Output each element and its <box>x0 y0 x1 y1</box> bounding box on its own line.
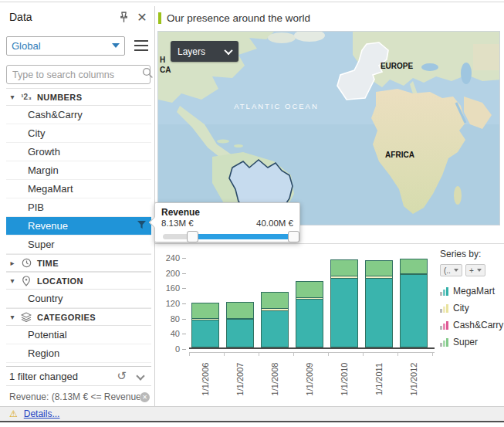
legend-series-dropdown[interactable]: (.. <box>440 264 462 276</box>
remove-filter-icon[interactable] <box>140 392 150 402</box>
column-item-growth[interactable]: Growth <box>6 143 151 161</box>
column-list: ¹2₃ NUMBERS Cash&Carry City Growth Margi… <box>6 88 151 363</box>
range-slider <box>161 230 293 242</box>
numbers-icon: ¹2₃ <box>19 93 34 101</box>
stacked-bar-1-1-2010[interactable] <box>330 260 358 347</box>
filter-funnel-icon[interactable] <box>137 220 147 232</box>
bar-segment-megamart[interactable] <box>330 278 358 347</box>
data-panel: Data ✕ Global ¹2₃ <box>6 5 151 405</box>
x-tick-label: 1/1/2009 <box>305 363 314 396</box>
stacked-bar-1-1-2008[interactable] <box>261 293 289 347</box>
slider-handle-min[interactable] <box>187 231 198 242</box>
y-tick-label: 120 <box>166 299 180 308</box>
map-label-partial-2: CA <box>160 66 171 74</box>
expand-arrow-icon <box>6 93 19 101</box>
section-header-numbers[interactable]: ¹2₃ NUMBERS <box>6 88 151 106</box>
series-bars-icon <box>440 321 450 330</box>
undo-icon[interactable]: ↺ <box>117 369 127 383</box>
legend-item-cashcarry[interactable]: Cash&Carry <box>440 317 504 334</box>
slider-handle-max[interactable] <box>288 231 299 242</box>
bar-segment-megamart[interactable] <box>400 274 428 347</box>
dataset-select[interactable]: Global <box>6 36 125 56</box>
column-item-city[interactable]: City <box>6 124 151 143</box>
slider-selected-range <box>192 234 293 239</box>
y-tick-mark <box>182 303 186 304</box>
chevron-down-icon[interactable] <box>136 371 144 380</box>
bar-segment-super[interactable] <box>191 303 219 319</box>
plot-area <box>189 256 435 349</box>
x-tick-cell: 1/1/2006 <box>191 357 219 402</box>
data-panel-header: Data ✕ <box>6 6 151 28</box>
clock-icon <box>19 258 34 268</box>
stacked-bar-1-1-2007[interactable] <box>226 303 254 347</box>
x-tick-label: 1/1/2007 <box>235 363 245 396</box>
bar-segment-megamart[interactable] <box>191 320 219 347</box>
stacked-bar-1-1-2009[interactable] <box>296 282 323 347</box>
x-axis-ticks <box>189 352 435 356</box>
column-item-potential[interactable]: Potential <box>6 326 151 344</box>
bar-segment-megamart[interactable] <box>261 310 289 347</box>
section-label: NUMBERS <box>37 93 82 102</box>
bar-segment-super[interactable] <box>261 292 289 309</box>
y-tick-mark <box>182 334 186 334</box>
section-header-location[interactable]: LOCATION <box>6 272 151 290</box>
x-axis-labels: 1/1/20061/1/20071/1/20081/1/20091/1/2010… <box>189 357 435 402</box>
stacked-bar-1-1-2006[interactable] <box>191 303 219 347</box>
legend-item-city[interactable]: City <box>440 300 504 317</box>
legend-add-dropdown[interactable]: + <box>465 264 485 276</box>
column-item-revenue-selected[interactable]: Revenue <box>6 217 151 236</box>
title-accent-bar <box>158 12 161 24</box>
column-item-super[interactable]: Super <box>6 236 151 254</box>
bar-segment-super[interactable] <box>296 281 323 298</box>
y-tick-label: 80 <box>171 314 180 324</box>
column-item-country[interactable]: Country <box>6 290 151 308</box>
search-input[interactable] <box>7 69 142 80</box>
bar-segment-super[interactable] <box>365 260 393 276</box>
page-title-row: Our presence around the world <box>158 12 310 25</box>
column-search <box>6 65 151 84</box>
status-bar: ⚠ Details... <box>0 406 504 421</box>
map-label-atlantic-ocean: ATLANTIC OCEAN <box>234 102 319 110</box>
filter-status-row: 1 filter changed ↺ <box>6 366 151 386</box>
stacked-bar-1-1-2011[interactable] <box>365 261 393 347</box>
chevron-down-icon <box>224 46 232 54</box>
search-icon[interactable] <box>142 67 154 82</box>
range-min-value: 8.13M € <box>161 219 194 228</box>
window-top-border <box>0 2 504 2</box>
y-axis: 04080120160200240 <box>155 256 188 350</box>
x-tick-label: 1/1/2011 <box>374 363 384 395</box>
bar-segment-super[interactable] <box>400 259 428 274</box>
y-tick-label: 0 <box>175 344 180 354</box>
x-tick-label: 1/1/2008 <box>270 363 279 396</box>
y-tick-label: 240 <box>166 253 180 263</box>
y-tick-mark <box>182 288 186 289</box>
stacked-bar-1-1-2012[interactable] <box>400 259 428 347</box>
pin-icon[interactable] <box>114 8 133 25</box>
section-header-categories[interactable]: CATEGORIES <box>6 308 151 326</box>
column-item-pib[interactable]: PIB <box>6 198 151 217</box>
bar-segment-megamart[interactable] <box>226 319 254 347</box>
bar-segment-super[interactable] <box>226 302 254 319</box>
legend-item-super[interactable]: Super <box>440 334 504 351</box>
bar-segment-super[interactable] <box>330 259 358 276</box>
section-header-time[interactable]: TIME <box>6 254 151 272</box>
popup-title: Revenue <box>161 207 293 218</box>
x-tick-label: 1/1/2010 <box>340 363 349 396</box>
menu-icon[interactable] <box>134 40 148 51</box>
app-window: Data ✕ Global ¹2₃ <box>0 0 504 427</box>
bar-segment-megamart[interactable] <box>296 299 323 347</box>
column-item-cashcarry[interactable]: Cash&Carry <box>6 106 151 124</box>
details-link[interactable]: Details... <box>24 408 60 419</box>
legend-item-megamart[interactable]: MegaMart <box>440 283 504 300</box>
layers-dropdown-button[interactable]: Layers <box>171 41 238 62</box>
world-map[interactable]: H CA ATLANTIC OCEAN EUROPE AFRICA Layers <box>157 31 500 225</box>
chevron-down-icon <box>454 269 458 272</box>
close-icon[interactable]: ✕ <box>133 8 151 25</box>
bar-segment-megamart[interactable] <box>365 278 393 347</box>
column-item-megamart[interactable]: MegaMart <box>6 180 151 198</box>
revenue-filter-popup: Revenue 8.13M € 40.00M € <box>154 202 300 242</box>
column-item-margin[interactable]: Margin <box>6 161 151 180</box>
column-item-region[interactable]: Region <box>6 344 151 363</box>
y-tick-label: 160 <box>166 283 180 293</box>
dataset-selector-row: Global <box>6 36 151 56</box>
